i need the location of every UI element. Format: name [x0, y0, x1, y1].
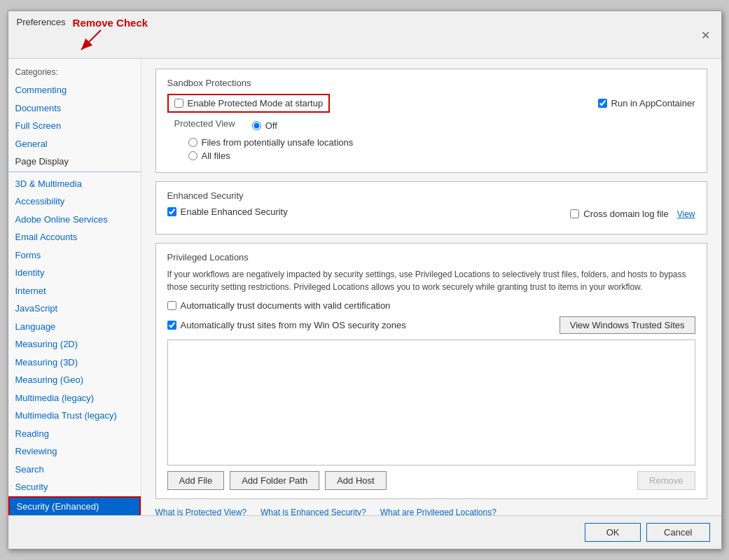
enhanced-security-link[interactable]: What is Enhanced Security? — [261, 507, 366, 515]
sidebar-item-security[interactable]: Security — [8, 478, 141, 496]
pv-unsafe-row: Files from potentially unsafe locations — [188, 137, 695, 148]
sidebar-item-email-accounts[interactable]: Email Accounts — [8, 228, 141, 246]
protected-view-label: Protected View — [174, 118, 235, 129]
run-in-appcontainer-row: Run in AppContainer — [598, 98, 695, 108]
sidebar-item-documents[interactable]: Documents — [8, 99, 141, 118]
sidebar-item-measuring-geo[interactable]: Measuring (Geo) — [8, 371, 141, 389]
sidebar-item-adobe-online[interactable]: Adobe Online Services — [8, 211, 141, 229]
svg-line-1 — [81, 30, 101, 50]
bottom-links: What is Protected View? What is Enhanced… — [155, 507, 707, 515]
sidebar-item-general[interactable]: General — [8, 135, 141, 153]
sandbox-title: Sandbox Protections — [167, 78, 695, 88]
cross-domain-checkbox[interactable] — [570, 209, 579, 218]
sidebar-item-3d-multimedia[interactable]: 3D & Multimedia — [8, 175, 141, 193]
enhanced-row: Enable Enhanced Security Cross domain lo… — [167, 206, 695, 221]
privileged-desc: If your workflows are negatively impacte… — [167, 268, 695, 293]
pv-off-radio[interactable] — [252, 121, 261, 130]
ok-button[interactable]: OK — [585, 523, 641, 542]
enable-enhanced-security-checkbox[interactable] — [167, 207, 176, 216]
auto-trust-sites-row: Automatically trust sites from my Win OS… — [167, 316, 695, 334]
run-in-appcontainer-label[interactable]: Run in AppContainer — [611, 98, 695, 108]
sidebar-item-measuring-3d[interactable]: Measuring (3D) — [8, 354, 141, 372]
pv-allfiles-label[interactable]: All files — [202, 150, 230, 161]
sidebar-item-multimedia-trust[interactable]: Multimedia Trust (legacy) — [8, 407, 141, 425]
enable-enhanced-security-label[interactable]: Enable Enhanced Security — [181, 206, 288, 217]
add-folder-path-button[interactable]: Add Folder Path — [230, 471, 319, 490]
sidebar-item-search[interactable]: Search — [8, 461, 141, 479]
sidebar-item-security-enhanced[interactable]: Security (Enhanced) — [8, 496, 141, 516]
sidebar-item-commenting[interactable]: Commenting — [8, 81, 141, 99]
auto-trust-docs-label[interactable]: Automatically trust documents with valid… — [181, 300, 391, 311]
sidebar-item-identity[interactable]: Identity — [8, 264, 141, 282]
pv-unsafe-radio[interactable] — [188, 138, 197, 147]
sidebar-item-page-display[interactable]: Page Display — [8, 153, 141, 172]
sidebar-item-measuring-2d[interactable]: Measuring (2D) — [8, 335, 141, 354]
sidebar-item-reviewing[interactable]: Reviewing — [8, 442, 141, 461]
privileged-locations-section: Privileged Locations If your workflows a… — [155, 243, 707, 499]
auto-trust-docs-row: Automatically trust documents with valid… — [167, 300, 695, 311]
sidebar: Categories: Commenting Documents Full Sc… — [8, 59, 141, 515]
dialog-title: Preferences — [17, 17, 66, 27]
dialog-body: Categories: Commenting Documents Full Sc… — [8, 59, 721, 515]
sidebar-item-javascript[interactable]: JavaScript — [8, 300, 141, 318]
main-content: Sandbox Protections Enable Protected Mod… — [141, 59, 721, 515]
add-host-button[interactable]: Add Host — [325, 471, 386, 490]
remove-button[interactable]: Remove — [637, 471, 695, 490]
dialog-footer: OK Cancel — [8, 515, 721, 549]
add-file-button[interactable]: Add File — [167, 471, 225, 490]
enhanced-security-title: Enhanced Security — [167, 190, 695, 201]
cancel-button[interactable]: Cancel — [646, 523, 709, 542]
sidebar-item-language[interactable]: Language — [8, 318, 141, 336]
auto-trust-sites-label[interactable]: Automatically trust sites from my Win OS… — [181, 320, 406, 330]
remove-check-annotation: Remove Check — [73, 17, 148, 54]
enable-enhanced-security-row: Enable Enhanced Security — [167, 206, 288, 217]
sidebar-item-multimedia-legacy[interactable]: Multimedia (legacy) — [8, 389, 141, 407]
view-windows-trusted-sites-button[interactable]: View Windows Trusted Sites — [560, 316, 695, 334]
protected-view-link[interactable]: What is Protected View? — [155, 507, 247, 515]
sidebar-item-internet[interactable]: Internet — [8, 282, 141, 300]
enable-protected-mode-checkbox[interactable] — [174, 99, 183, 108]
sandbox-top-row: Enable Protected Mode at startup Run in … — [167, 94, 695, 113]
pv-off-row: Off — [252, 120, 277, 131]
pv-off-label[interactable]: Off — [265, 120, 277, 131]
annotation-arrow — [73, 29, 115, 54]
privileged-locations-title: Privileged Locations — [167, 252, 695, 262]
title-bar: Preferences Remove Check ✕ — [8, 11, 721, 59]
protected-view-section: Protected View Off Files from potentiall… — [174, 118, 695, 161]
cross-domain-label[interactable]: Cross domain log file — [583, 209, 668, 219]
cross-domain-view-link[interactable]: View — [677, 209, 695, 219]
enhanced-security-section: Enhanced Security Enable Enhanced Securi… — [155, 181, 707, 234]
pv-allfiles-row: All files — [188, 150, 695, 161]
priv-sites-left: Automatically trust sites from my Win OS… — [167, 320, 406, 330]
sidebar-item-reading[interactable]: Reading — [8, 425, 141, 443]
pv-allfiles-radio[interactable] — [188, 151, 197, 160]
enable-protected-mode-label[interactable]: Enable Protected Mode at startup — [188, 98, 324, 108]
categories-label: Categories: — [8, 64, 141, 81]
pv-label-row: Protected View Off — [174, 118, 695, 133]
privileged-locations-link[interactable]: What are Privileged Locations? — [380, 507, 497, 515]
preferences-dialog: Preferences Remove Check ✕ — [8, 10, 722, 550]
run-in-appcontainer-checkbox[interactable] — [598, 99, 607, 108]
pv-unsafe-label[interactable]: Files from potentially unsafe locations — [202, 137, 354, 148]
annotation-area: Remove Check — [73, 17, 148, 54]
sandbox-section: Sandbox Protections Enable Protected Mod… — [155, 69, 707, 173]
sidebar-item-forms[interactable]: Forms — [8, 246, 141, 265]
auto-trust-sites-checkbox[interactable] — [167, 321, 176, 330]
close-button[interactable]: ✕ — [699, 29, 713, 43]
sidebar-item-accessibility[interactable]: Accessibility — [8, 192, 141, 211]
sidebar-item-full-screen[interactable]: Full Screen — [8, 117, 141, 135]
auto-trust-docs-checkbox[interactable] — [167, 301, 176, 310]
cross-domain-row: Cross domain log file View — [570, 209, 695, 219]
enable-protected-mode-highlighted: Enable Protected Mode at startup — [167, 94, 331, 113]
annotation-label: Remove Check — [73, 17, 148, 29]
priv-actions-row: Add File Add Folder Path Add Host Remove — [167, 471, 695, 490]
privileged-locations-list[interactable] — [167, 340, 695, 465]
